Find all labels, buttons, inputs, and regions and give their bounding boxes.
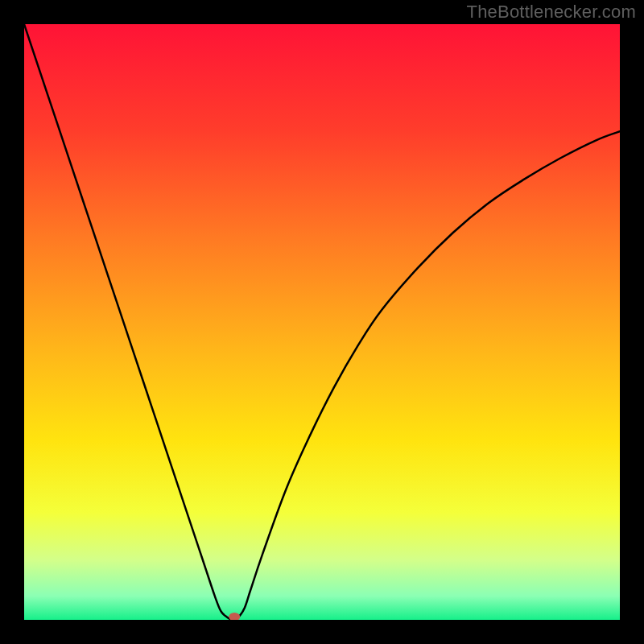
watermark: TheBottlenecker.com — [467, 2, 636, 23]
gradient-background — [24, 24, 620, 620]
chart-svg — [24, 24, 620, 620]
chart-frame: TheBottlenecker.com — [0, 0, 644, 644]
plot-area — [24, 24, 620, 620]
